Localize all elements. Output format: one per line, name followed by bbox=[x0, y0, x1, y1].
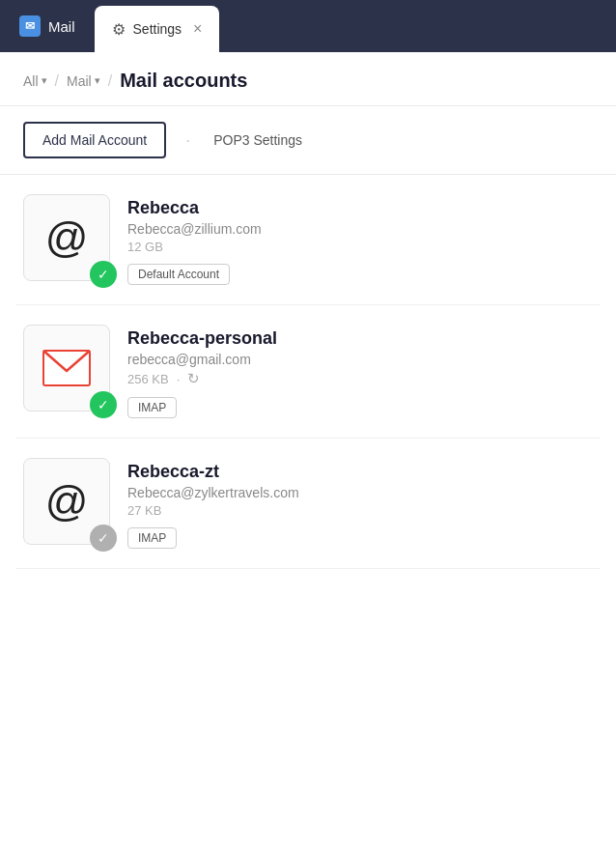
breadcrumb-all[interactable]: All ▾ bbox=[23, 73, 47, 89]
at-icon-2: @ bbox=[45, 480, 89, 523]
tab-close-icon[interactable]: × bbox=[193, 20, 202, 38]
account-size: 12 GB bbox=[127, 240, 593, 254]
title-bar: ✉ Mail ⚙ Settings × bbox=[0, 0, 616, 52]
app-name: Mail bbox=[48, 18, 75, 35]
breadcrumb-all-label: All bbox=[23, 73, 39, 89]
account-item[interactable]: ✓ Rebecca-personal rebecca@gmail.com 256… bbox=[15, 305, 601, 439]
accounts-list: @ ✓ Rebecca Rebecca@zillium.com 12 GB De… bbox=[0, 175, 616, 569]
account-tag[interactable]: IMAP bbox=[127, 397, 177, 418]
account-tag[interactable]: Default Account bbox=[127, 264, 230, 285]
account-item[interactable]: @ ✓ Rebecca Rebecca@zillium.com 12 GB De… bbox=[15, 175, 601, 305]
account-item[interactable]: @ ✓ Rebecca-zt Rebecca@zylkertravels.com… bbox=[15, 439, 601, 569]
account-email: Rebecca@zillium.com bbox=[127, 221, 593, 237]
gmail-icon bbox=[42, 350, 91, 386]
account-info: Rebecca-personal rebecca@gmail.com 256 K… bbox=[127, 325, 593, 418]
check-badge-gray: ✓ bbox=[90, 525, 117, 552]
app-label: ✉ Mail bbox=[0, 0, 95, 52]
app-icon: ✉ bbox=[19, 15, 41, 37]
account-info: Rebecca Rebecca@zillium.com 12 GB Defaul… bbox=[127, 194, 593, 285]
breadcrumb-mail-label: Mail bbox=[67, 73, 92, 89]
account-info: Rebecca-zt Rebecca@zylkertravels.com 27 … bbox=[127, 458, 593, 549]
check-badge-green: ✓ bbox=[90, 261, 117, 288]
breadcrumb-sep1: / bbox=[55, 72, 59, 90]
check-badge-green-2: ✓ bbox=[90, 391, 117, 418]
account-name: Rebecca-personal bbox=[127, 328, 593, 349]
breadcrumb-mail[interactable]: Mail ▾ bbox=[67, 73, 100, 89]
chevron-down-icon-2: ▾ bbox=[95, 74, 100, 87]
account-size: 256 KB · ↻ bbox=[127, 370, 593, 387]
avatar: @ ✓ bbox=[23, 194, 110, 281]
account-size: 27 KB bbox=[127, 503, 593, 518]
gear-icon: ⚙ bbox=[112, 20, 126, 39]
pop3-settings-button[interactable]: POP3 Settings bbox=[210, 124, 306, 156]
account-email: rebecca@gmail.com bbox=[127, 352, 593, 367]
at-icon: @ bbox=[45, 216, 89, 259]
page-title: Mail accounts bbox=[120, 70, 247, 92]
sync-icon: ↻ bbox=[187, 370, 200, 387]
tab-label: Settings bbox=[133, 21, 182, 37]
account-tag[interactable]: IMAP bbox=[127, 527, 177, 549]
dot-separator: · bbox=[177, 372, 181, 386]
toolbar-separator: · bbox=[185, 130, 190, 151]
breadcrumb-sep2: / bbox=[108, 72, 112, 90]
account-name: Rebecca bbox=[127, 198, 593, 218]
account-email: Rebecca@zylkertravels.com bbox=[127, 485, 593, 500]
breadcrumb: All ▾ / Mail ▾ / Mail accounts bbox=[0, 52, 616, 106]
account-name: Rebecca-zt bbox=[127, 462, 593, 482]
add-mail-account-button[interactable]: Add Mail Account bbox=[23, 122, 166, 158]
chevron-down-icon: ▾ bbox=[42, 74, 47, 87]
toolbar: Add Mail Account · POP3 Settings bbox=[0, 106, 616, 175]
avatar: ✓ bbox=[23, 325, 110, 412]
settings-tab[interactable]: ⚙ Settings × bbox=[95, 6, 220, 52]
avatar: @ ✓ bbox=[23, 458, 110, 545]
